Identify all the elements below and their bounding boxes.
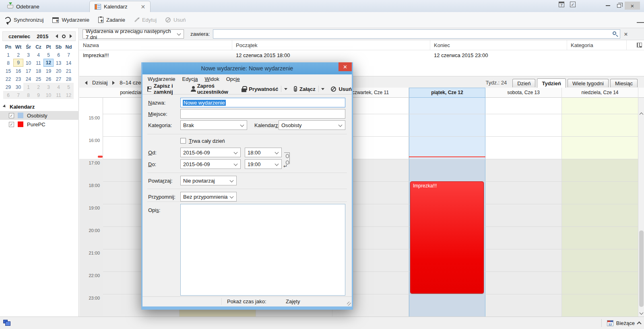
clear-search-icon[interactable]: × bbox=[624, 31, 627, 37]
show-time-as-value[interactable]: Zajęty bbox=[286, 298, 300, 304]
mini-calendar-day[interactable]: 25 bbox=[33, 75, 43, 83]
dialog-delete-button[interactable]: Usuń bbox=[331, 86, 352, 92]
calendar-pane-toggle-icon[interactable]: 7 bbox=[559, 2, 564, 7]
minimize-button[interactable] bbox=[602, 2, 613, 10]
calendar-section-header[interactable]: Kalendarz bbox=[3, 104, 35, 110]
menu-view[interactable]: Widok bbox=[205, 76, 219, 82]
mini-calendar-day[interactable]: 26 bbox=[43, 75, 54, 83]
column-picker-icon[interactable] bbox=[637, 43, 642, 47]
mini-calendar-day[interactable]: 30 bbox=[13, 83, 23, 91]
mini-calendar-day[interactable]: 6 bbox=[54, 51, 64, 59]
synchronize-button[interactable]: Synchronizuj bbox=[5, 17, 43, 23]
mini-calendar-day[interactable]: 9 bbox=[33, 91, 43, 99]
tab-inbox[interactable]: Odebrane bbox=[2, 1, 44, 12]
calendar-list-item[interactable]: ✓Osobisty bbox=[0, 111, 79, 120]
resize-grip[interactable] bbox=[347, 302, 351, 306]
reminder-dropdown[interactable]: Bez przypomnienia bbox=[180, 192, 237, 202]
mini-calendar-day[interactable]: 14 bbox=[64, 59, 74, 67]
mini-calendar-day[interactable]: 29 bbox=[3, 83, 13, 91]
from-time-dropdown[interactable]: 18:00 bbox=[245, 148, 282, 157]
calendar-checkbox[interactable]: ✓ bbox=[9, 122, 14, 127]
mini-calendar-day[interactable]: 20 bbox=[54, 67, 64, 75]
delete-button[interactable]: Usuń bbox=[165, 17, 186, 23]
to-date-dropdown[interactable]: 2015-06-09 bbox=[180, 159, 241, 169]
name-field[interactable]: Nowe wydarzenie bbox=[180, 98, 345, 107]
menu-event[interactable]: Wydarzenie bbox=[148, 76, 175, 82]
mini-calendar-day[interactable]: 11 bbox=[54, 91, 64, 99]
tab-calendar[interactable]: Kalendarz ✕ bbox=[89, 1, 151, 12]
mini-calendar-day[interactable]: 10 bbox=[23, 59, 33, 67]
today-month-icon[interactable] bbox=[62, 35, 66, 38]
calendar-event[interactable]: Imprezka!!! bbox=[410, 181, 484, 294]
mini-calendar-day[interactable]: 19 bbox=[43, 67, 54, 75]
description-field[interactable] bbox=[180, 204, 345, 296]
mini-calendar-day[interactable]: 5 bbox=[64, 83, 74, 91]
mini-calendar-day[interactable]: 22 bbox=[3, 75, 13, 83]
attach-button[interactable]: Załącz bbox=[294, 86, 316, 92]
mini-calendar-day[interactable]: 21 bbox=[64, 67, 74, 75]
today-button[interactable]: Dzisiaj bbox=[92, 80, 107, 86]
prev-month-icon[interactable] bbox=[56, 34, 58, 38]
new-task-button[interactable]: Zadanie bbox=[98, 17, 125, 23]
mini-calendar-day[interactable]: 8 bbox=[23, 91, 33, 99]
event-filter-dropdown[interactable]: Wydarzenia w przeciągu następnych 7 dni bbox=[83, 29, 184, 39]
prev-week-icon[interactable] bbox=[85, 81, 87, 85]
view-tab[interactable]: Wiele tygodni bbox=[568, 79, 609, 87]
new-event-button[interactable]: Wydarzenie bbox=[52, 17, 89, 23]
invite-attendees-button[interactable]: Zaproś uczestników bbox=[190, 83, 235, 95]
mini-calendar-day[interactable]: 8 bbox=[3, 59, 13, 67]
privacy-dropdown-icon[interactable] bbox=[284, 88, 287, 92]
mini-calendar-day[interactable]: 11 bbox=[33, 59, 43, 67]
tab-close-icon[interactable]: ✕ bbox=[141, 4, 146, 10]
mini-calendar-day[interactable]: 10 bbox=[43, 91, 54, 99]
mini-calendar-day[interactable]: 9 bbox=[13, 59, 23, 67]
mini-calendar-day[interactable]: 18 bbox=[33, 67, 43, 75]
column-header-name[interactable]: Nazwa bbox=[79, 40, 232, 50]
mini-calendar-day[interactable]: 28 bbox=[64, 75, 74, 83]
mini-calendar-day[interactable]: 3 bbox=[23, 51, 33, 59]
to-time-dropdown[interactable]: 19:00 bbox=[245, 159, 282, 169]
mini-calendar-day[interactable]: 17 bbox=[23, 67, 33, 75]
next-week-icon[interactable] bbox=[112, 81, 115, 85]
category-dropdown[interactable]: Brak bbox=[180, 120, 247, 130]
next-month-icon[interactable] bbox=[70, 34, 72, 38]
mini-calendar-day[interactable]: 7 bbox=[64, 51, 74, 59]
mini-calendar-day[interactable]: 15 bbox=[3, 67, 13, 75]
scroll-up-icon[interactable] bbox=[640, 113, 644, 117]
column-header-end[interactable]: Koniec bbox=[430, 40, 567, 50]
mini-calendar-day[interactable]: 2 bbox=[33, 83, 43, 91]
view-tab[interactable]: Dzień bbox=[512, 79, 535, 87]
mini-calendar-day[interactable]: 2 bbox=[13, 51, 23, 59]
mini-calendar-day[interactable]: 7 bbox=[13, 91, 23, 99]
save-close-button[interactable]: Zapisz i zamknij bbox=[147, 83, 184, 95]
mini-calendar-day[interactable]: 1 bbox=[3, 51, 13, 59]
status-bar-right[interactable]: 12 Bieżące bbox=[601, 317, 641, 329]
repeat-dropdown[interactable]: Nie powtarzaj bbox=[180, 176, 237, 185]
day-header[interactable]: piątek, Cze 12 bbox=[409, 88, 485, 98]
mini-calendar-day[interactable]: 24 bbox=[23, 75, 33, 83]
calendar-dropdown[interactable]: Osobisty bbox=[279, 120, 345, 130]
search-input[interactable] bbox=[213, 29, 620, 39]
edit-button[interactable]: Edytuj bbox=[134, 17, 157, 23]
privacy-button[interactable]: Prywatność bbox=[242, 86, 278, 92]
menu-options[interactable]: Opcje bbox=[226, 76, 240, 82]
calendar-list-item[interactable]: ✓PurePC bbox=[0, 120, 79, 129]
menu-edit[interactable]: Edycja bbox=[182, 76, 198, 82]
allday-checkbox[interactable] bbox=[180, 138, 186, 144]
mini-calendar-day[interactable]: 27 bbox=[54, 75, 64, 83]
day-header[interactable]: sobota, Cze 13 bbox=[485, 88, 562, 98]
mini-calendar-day[interactable]: 13 bbox=[54, 59, 64, 67]
scroll-down-icon[interactable] bbox=[640, 311, 644, 315]
close-button[interactable]: × bbox=[625, 2, 640, 10]
view-tab[interactable]: Miesiąc bbox=[610, 79, 638, 87]
dialog-close-button[interactable]: ✕ bbox=[339, 62, 352, 71]
mini-calendar-day[interactable]: 4 bbox=[33, 51, 43, 59]
mini-calendar-day[interactable]: 4 bbox=[54, 83, 64, 91]
mini-calendar-day[interactable]: 1 bbox=[23, 83, 33, 91]
mini-calendar-day[interactable]: 6 bbox=[3, 91, 13, 99]
mini-calendar-day[interactable]: 23 bbox=[13, 75, 23, 83]
location-field[interactable] bbox=[180, 109, 345, 119]
vertical-scrollbar[interactable] bbox=[638, 98, 644, 317]
dialog-title-bar[interactable]: Nowe wydarzenie: Nowe wydarzenie bbox=[142, 62, 352, 74]
mini-calendar-day[interactable]: 5 bbox=[43, 51, 54, 59]
